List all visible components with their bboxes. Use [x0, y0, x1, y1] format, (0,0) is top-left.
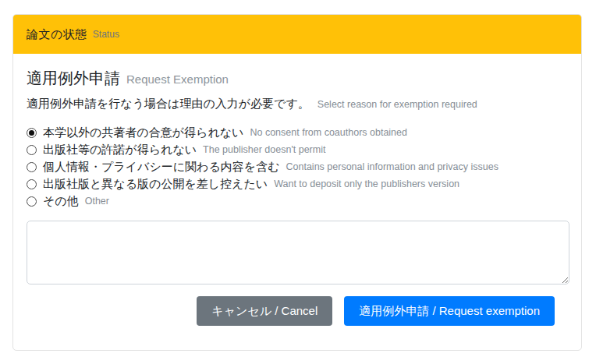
section-heading: 適用例外申請 Request Exemption — [27, 68, 568, 89]
radio-icon[interactable] — [27, 179, 37, 189]
modal-title-en: Status — [93, 29, 119, 40]
reason-radio-group: 本学以外の共著者の合意が得られない No consent from coauth… — [27, 124, 568, 210]
reason-option-no-coauthor-consent[interactable]: 本学以外の共著者の合意が得られない No consent from coauth… — [27, 124, 568, 141]
reason-option-other[interactable]: その他 Other — [27, 193, 568, 210]
radio-icon[interactable] — [27, 162, 37, 172]
status-modal: 論文の状態 Status 適用例外申請 Request Exemption 適用… — [12, 14, 582, 351]
radio-icon[interactable] — [27, 196, 37, 207]
reason-label-ja: その他 — [43, 194, 79, 209]
section-heading-ja: 適用例外申請 — [27, 68, 120, 89]
radio-icon[interactable] — [27, 128, 37, 138]
section-subtitle-ja: 適用例外申請を行なう場合は理由の入力が必要です。 — [27, 97, 310, 111]
modal-title-ja: 論文の状態 — [27, 27, 87, 42]
reason-label-en: The publisher doesn't permit — [203, 144, 325, 155]
reason-label-ja: 出版社等の許諾が得られない — [43, 143, 197, 157]
reason-option-publisher-version-only[interactable]: 出版社版と異なる版の公開を差し控えたい Want to deposit only… — [27, 175, 568, 193]
section-subtitle: 適用例外申請を行なう場合は理由の入力が必要です。 Select reason f… — [27, 97, 568, 111]
section-subtitle-en: Select reason for exemption required — [318, 99, 477, 110]
modal-footer: キャンセル / Cancel 適用例外申請 / Request exemptio… — [27, 284, 568, 326]
reason-label-en: Other — [85, 196, 109, 207]
reason-label-ja: 本学以外の共著者の合意が得られない — [43, 125, 243, 140]
request-exemption-button[interactable]: 適用例外申請 / Request exemption — [344, 296, 555, 326]
reason-option-publisher-no-permit[interactable]: 出版社等の許諾が得られない The publisher doesn't perm… — [27, 141, 568, 158]
reason-label-en: No consent from coauthors obtained — [250, 127, 407, 138]
section-heading-en: Request Exemption — [126, 72, 229, 86]
reason-label-en: Contains personal information and privac… — [286, 161, 498, 172]
cancel-button[interactable]: キャンセル / Cancel — [197, 296, 332, 326]
reason-option-personal-privacy[interactable]: 個人情報・プライバシーに関わる内容を含む Contains personal i… — [27, 158, 568, 175]
modal-body: 適用例外申請 Request Exemption 適用例外申請を行なう場合は理由… — [13, 54, 581, 326]
radio-icon[interactable] — [27, 145, 37, 155]
modal-header: 論文の状態 Status — [13, 15, 581, 54]
reason-label-ja: 個人情報・プライバシーに関わる内容を含む — [43, 160, 280, 175]
reason-textarea[interactable] — [27, 221, 569, 284]
reason-label-ja: 出版社版と異なる版の公開を差し控えたい — [43, 177, 268, 192]
reason-label-en: Want to deposit only the publishers vers… — [274, 178, 459, 189]
